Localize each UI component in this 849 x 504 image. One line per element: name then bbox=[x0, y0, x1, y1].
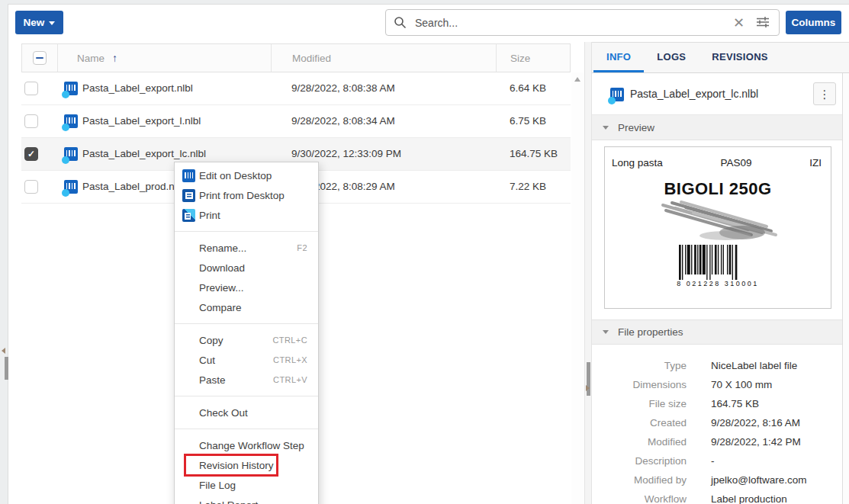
menu-item-download[interactable]: Download bbox=[175, 258, 318, 278]
barcode-glyph bbox=[613, 91, 622, 97]
clear-search-icon[interactable]: ✕ bbox=[726, 16, 751, 30]
menu-item-compare[interactable]: Compare bbox=[175, 297, 318, 317]
menu-item-print[interactable]: Print bbox=[175, 205, 318, 225]
file-properties-section-header[interactable]: File properties bbox=[592, 319, 849, 345]
menu-item-cut[interactable]: CutCTRL+X bbox=[175, 350, 318, 370]
label-file-icon bbox=[64, 147, 78, 161]
row-checkbox[interactable] bbox=[24, 114, 38, 128]
column-header-name[interactable]: Name ↑ bbox=[58, 44, 272, 72]
row-checkbox[interactable] bbox=[24, 180, 38, 194]
property-label: Modified bbox=[592, 436, 687, 448]
menu-item-rename[interactable]: Rename...F2 bbox=[175, 238, 318, 258]
sort-asc-icon: ↑ bbox=[112, 52, 117, 64]
column-header-modified[interactable]: Modified bbox=[272, 44, 497, 72]
file-name: Pasta_Label_export.nlbl bbox=[82, 72, 193, 104]
preview-section-label: Preview bbox=[618, 122, 654, 133]
panel-file-name: Pasta_Label_export_lc.nlbl bbox=[630, 73, 758, 115]
menu-item-file-log[interactable]: File Log bbox=[175, 475, 318, 495]
menu-item-edit-on-desktop[interactable]: Edit on Desktop bbox=[175, 165, 318, 185]
more-options-button[interactable]: ⋮ bbox=[813, 82, 836, 105]
context-menu: Edit on DesktopPrint from DesktopPrintRe… bbox=[174, 162, 319, 504]
filter-icon[interactable] bbox=[751, 14, 771, 31]
tab-logs[interactable]: LOGS bbox=[644, 43, 699, 72]
menu-item-label: File Log bbox=[199, 480, 236, 491]
label-header-row: Long pasta PAS09 IZI bbox=[605, 147, 831, 169]
file-name: Pasta_Label_export_l.nlbl bbox=[82, 105, 201, 137]
label-text-right: IZI bbox=[809, 157, 822, 169]
label-file-icon bbox=[64, 114, 78, 128]
search-input[interactable] bbox=[413, 16, 726, 30]
menu-item-label: Change Workflow Step bbox=[199, 440, 304, 451]
select-all-checkbox[interactable] bbox=[33, 51, 47, 65]
menu-item-paste[interactable]: PasteCTRL+V bbox=[175, 370, 318, 390]
new-button[interactable]: New bbox=[15, 11, 63, 34]
table-row[interactable]: Pasta_Label_export_l.nlbl9/28/2022, 8:08… bbox=[21, 105, 571, 138]
status-dot bbox=[62, 156, 69, 164]
left-splitter-handle[interactable] bbox=[5, 357, 8, 380]
status-dot bbox=[62, 124, 69, 131]
menu-item-label: Paste bbox=[199, 374, 226, 386]
panel-splitter[interactable] bbox=[584, 42, 592, 504]
collapse-section-icon bbox=[603, 330, 609, 334]
menu-item-label: Edit on Desktop bbox=[199, 170, 272, 181]
property-row: File size164.75 KB bbox=[592, 394, 842, 413]
menu-item-change-workflow-step[interactable]: Change Workflow Step bbox=[175, 435, 318, 455]
indeterminate-icon bbox=[36, 57, 43, 59]
menu-item-label: Download bbox=[199, 262, 245, 274]
expand-right-panel-icon[interactable] bbox=[586, 385, 590, 391]
file-modified: 9/28/2022, 8:08:38 AM bbox=[291, 72, 395, 104]
status-dot bbox=[62, 91, 69, 98]
menu-item-check-out[interactable]: Check Out bbox=[175, 403, 318, 422]
chevron-down-icon bbox=[49, 21, 55, 25]
column-label-name: Name bbox=[77, 53, 105, 64]
property-label: File size bbox=[592, 398, 687, 409]
property-value: jpelko@loftware.com bbox=[711, 474, 807, 486]
barcode-glyph bbox=[66, 183, 76, 189]
property-row: Modified byjpelko@loftware.com bbox=[592, 470, 842, 490]
panel-scrollbar[interactable] bbox=[842, 73, 849, 504]
menu-item-label: Rename... bbox=[199, 242, 246, 254]
menu-separator bbox=[175, 231, 318, 232]
collapse-left-panel-icon[interactable] bbox=[2, 348, 5, 354]
menu-item-label: Check Out bbox=[199, 407, 248, 419]
property-label: Modified by bbox=[592, 474, 687, 486]
file-properties-section-label: File properties bbox=[618, 326, 683, 338]
file-size: 6.75 KB bbox=[510, 105, 546, 137]
tab-info[interactable]: INFO bbox=[593, 43, 644, 72]
property-value: NiceLabel label file bbox=[711, 360, 797, 371]
column-header-size[interactable]: Size bbox=[497, 44, 571, 72]
menu-item-revision-history[interactable]: Revision History bbox=[175, 455, 318, 475]
menu-separator bbox=[175, 323, 318, 324]
property-label: Type bbox=[592, 360, 687, 371]
barcode-glyph bbox=[66, 150, 76, 156]
file-modified: 9/28/2022, 8:08:34 AM bbox=[291, 105, 395, 137]
collapse-section-icon bbox=[603, 126, 609, 130]
property-label: Dimensions bbox=[592, 379, 687, 390]
pasta-image bbox=[649, 201, 786, 245]
barcode-bars bbox=[675, 245, 761, 281]
scroll-up-icon[interactable] bbox=[574, 77, 580, 82]
menu-item-label: Revision History bbox=[199, 460, 274, 471]
columns-button[interactable]: Columns bbox=[786, 11, 841, 34]
panel-file-header: Pasta_Label_export_lc.nlbl ⋮ bbox=[592, 73, 849, 115]
row-checkbox[interactable] bbox=[24, 82, 38, 95]
label-file-icon bbox=[64, 82, 78, 95]
menu-shortcut: CTRL+C bbox=[273, 335, 308, 345]
menu-item-copy[interactable]: CopyCTRL+C bbox=[175, 330, 318, 350]
label-file-icon bbox=[610, 88, 624, 101]
property-value: Label production bbox=[711, 493, 787, 504]
property-label: Description bbox=[592, 455, 687, 467]
print-desktop-icon bbox=[182, 189, 195, 202]
list-scrollbar[interactable] bbox=[571, 72, 584, 504]
tab-revisions[interactable]: REVISIONS bbox=[699, 43, 781, 72]
menu-shortcut: CTRL+V bbox=[273, 375, 307, 384]
menu-item-preview[interactable]: Preview... bbox=[175, 278, 318, 297]
menu-item-label-report[interactable]: Label Report bbox=[175, 495, 318, 504]
menu-item-print-from-desktop[interactable]: Print from Desktop bbox=[175, 185, 318, 205]
row-checkbox[interactable]: ✓ bbox=[24, 147, 38, 161]
menu-shortcut: F2 bbox=[297, 243, 307, 252]
menu-separator bbox=[175, 429, 318, 429]
preview-section-header[interactable]: Preview bbox=[592, 115, 849, 140]
table-row[interactable]: Pasta_Label_export.nlbl9/28/2022, 8:08:3… bbox=[21, 72, 571, 105]
property-value: 164.75 KB bbox=[711, 398, 759, 409]
